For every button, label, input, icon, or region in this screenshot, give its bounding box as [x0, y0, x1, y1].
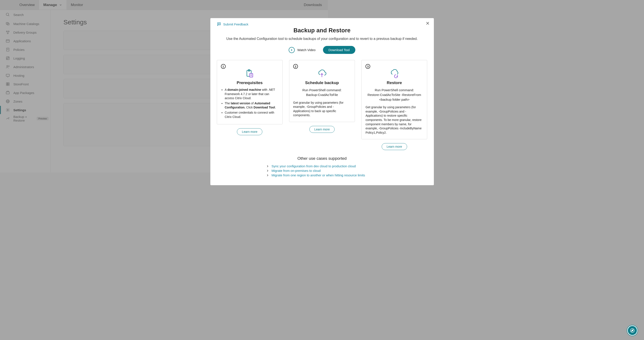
- backup-restore-modal: ✕ Submit Feedback Backup and Restore Use…: [210, 18, 328, 172]
- step-number-1: 1: [221, 64, 226, 69]
- svg-marker-29: [291, 49, 292, 51]
- chevron-right-icon: [266, 169, 269, 172]
- card-title-2: Schedule backup: [293, 80, 328, 85]
- usecase-sync[interactable]: Sync your configuration from dev cloud t…: [266, 164, 328, 168]
- card-prerequisites: 1 Prerequisites A domain-joined machine …: [217, 60, 283, 150]
- play-icon: [289, 47, 295, 53]
- watch-video-link[interactable]: Watch Video: [289, 47, 316, 53]
- svg-rect-32: [250, 73, 253, 77]
- usecase-migrate-onprem[interactable]: Migrate from on-premises to cloud: [266, 169, 321, 172]
- card-desc-2: Get granular by using parameters (for ex…: [293, 101, 328, 117]
- learn-more-1[interactable]: Learn more: [237, 128, 262, 135]
- card-title-1: Prerequisites: [221, 80, 278, 85]
- learn-more-2[interactable]: Learn more: [310, 126, 328, 133]
- cloud-upload-icon: [293, 69, 328, 78]
- feedback-icon: [217, 22, 221, 26]
- modal-overlay: ✕ Submit Feedback Backup and Restore Use…: [0, 0, 328, 172]
- card-schedule-backup: 2 Schedule backup Run PowerShell command…: [289, 60, 328, 150]
- clipboard-icon: [221, 69, 278, 78]
- modal-subtitle: Use the Automated Configuration tool to …: [217, 37, 328, 41]
- download-tool-button[interactable]: Download Tool: [323, 46, 328, 54]
- prerequisites-list: A domain-joined machine with .NET Framew…: [221, 88, 278, 119]
- chevron-right-icon: [266, 165, 269, 168]
- usecase-list: Sync your configuration from dev cloud t…: [266, 164, 328, 172]
- other-usecases-title: Other use cases supported: [217, 156, 328, 161]
- modal-title: Backup and Restore: [217, 27, 328, 34]
- submit-feedback-link[interactable]: Submit Feedback: [217, 22, 328, 26]
- step-number-2: 2: [293, 64, 298, 69]
- card-cmd-2: Run PowerShell command: Backup-CvadAcToF…: [293, 88, 328, 97]
